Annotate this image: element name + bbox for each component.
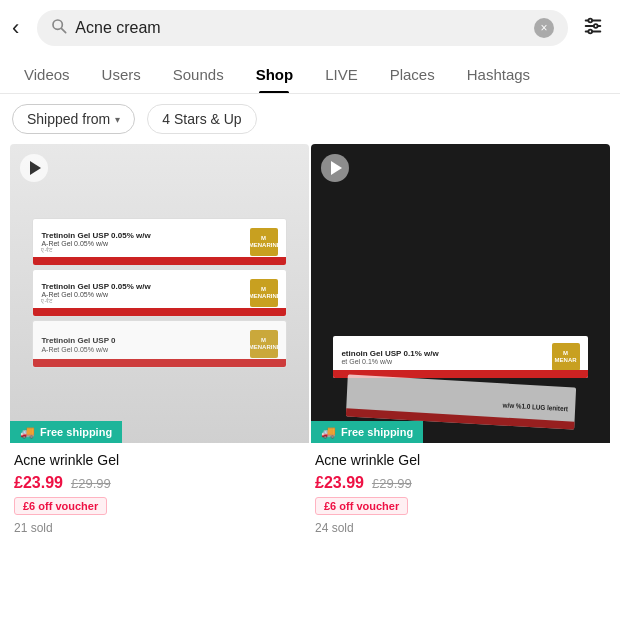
price-original-left: £29.99 xyxy=(71,476,111,491)
voucher-badge-left: £6 off voucher xyxy=(14,497,107,515)
search-bar: × xyxy=(37,10,568,46)
brand-logo-right: MMENAR xyxy=(552,343,580,371)
header: ‹ × xyxy=(0,0,620,56)
svg-point-5 xyxy=(588,18,592,22)
chevron-down-icon: ▾ xyxy=(115,114,120,125)
product-info-left: Acne wrinkle Gel £23.99 £29.99 £6 off vo… xyxy=(10,443,309,539)
filter-icon-button[interactable] xyxy=(578,11,608,46)
brand-logo-2: MMENARINI xyxy=(250,279,278,307)
product-boxes-left: Tretinoin Gel USP 0.05% w/w A-Ret Gel 0.… xyxy=(32,166,286,420)
back-button[interactable]: ‹ xyxy=(12,11,27,45)
svg-line-1 xyxy=(62,28,66,32)
box-item-1: Tretinoin Gel USP 0.05% w/w A-Ret Gel 0.… xyxy=(32,218,286,266)
voucher-badge-right: £6 off voucher xyxy=(315,497,408,515)
truck-icon: 🚚 xyxy=(20,425,35,439)
free-shipping-badge-left: 🚚 Free shipping xyxy=(10,421,122,443)
sold-count-left: 21 sold xyxy=(14,521,305,535)
stars-filter[interactable]: 4 Stars & Up xyxy=(147,104,256,134)
svg-point-6 xyxy=(594,24,598,28)
truck-icon-right: 🚚 xyxy=(321,425,336,439)
price-row-right: £23.99 £29.99 xyxy=(315,474,606,492)
box-item-3: Tretinoin Gel USP 0 A-Ret Gel 0.05% w/w … xyxy=(32,320,286,368)
sold-count-right: 24 sold xyxy=(315,521,606,535)
tab-hashtags[interactable]: Hashtags xyxy=(451,56,546,93)
search-icon xyxy=(51,18,67,38)
box-dark-item-1: etinoin Gel USP 0.1% w/w et Gel 0.1% w/w… xyxy=(333,336,587,378)
product-card-left[interactable]: Tretinoin Gel USP 0.05% w/w A-Ret Gel 0.… xyxy=(10,144,309,539)
product-grid: Tretinoin Gel USP 0.05% w/w A-Ret Gel 0.… xyxy=(0,144,620,539)
clear-button[interactable]: × xyxy=(534,18,554,38)
shipped-from-label: Shipped from xyxy=(27,111,110,127)
free-shipping-badge-right: 🚚 Free shipping xyxy=(311,421,423,443)
tab-users[interactable]: Users xyxy=(86,56,157,93)
tab-live[interactable]: LIVE xyxy=(309,56,374,93)
search-input[interactable] xyxy=(75,19,526,37)
brand-logo-3: MMENARINI xyxy=(250,330,278,358)
price-current-left: £23.99 xyxy=(14,474,63,492)
product-boxes-right: etinoin Gel USP 0.1% w/w et Gel 0.1% w/w… xyxy=(333,336,587,423)
product-title-left: Acne wrinkle Gel xyxy=(14,451,305,469)
play-button-right[interactable] xyxy=(321,154,349,182)
price-current-right: £23.99 xyxy=(315,474,364,492)
product-info-right: Acne wrinkle Gel £23.99 £29.99 £6 off vo… xyxy=(311,443,610,539)
product-image-right: etinoin Gel USP 0.1% w/w et Gel 0.1% w/w… xyxy=(311,144,610,443)
tab-sounds[interactable]: Sounds xyxy=(157,56,240,93)
brand-logo: MMENARINI xyxy=(250,228,278,256)
shipped-from-filter[interactable]: Shipped from ▾ xyxy=(12,104,135,134)
tab-videos[interactable]: Videos xyxy=(8,56,86,93)
nav-tabs: Videos Users Sounds Shop LIVE Places Has… xyxy=(0,56,620,94)
price-row-left: £23.99 £29.99 xyxy=(14,474,305,492)
price-original-right: £29.99 xyxy=(372,476,412,491)
tab-places[interactable]: Places xyxy=(374,56,451,93)
filter-bar: Shipped from ▾ 4 Stars & Up xyxy=(0,94,620,144)
play-icon-right xyxy=(331,161,342,175)
svg-point-7 xyxy=(588,29,592,33)
box-item-2: Tretinoin Gel USP 0.05% w/w A-Ret Gel 0.… xyxy=(32,269,286,317)
product-card-right[interactable]: etinoin Gel USP 0.1% w/w et Gel 0.1% w/w… xyxy=(311,144,610,539)
product-title-right: Acne wrinkle Gel xyxy=(315,451,606,469)
tab-shop[interactable]: Shop xyxy=(240,56,310,93)
product-image-left: Tretinoin Gel USP 0.05% w/w A-Ret Gel 0.… xyxy=(10,144,309,443)
